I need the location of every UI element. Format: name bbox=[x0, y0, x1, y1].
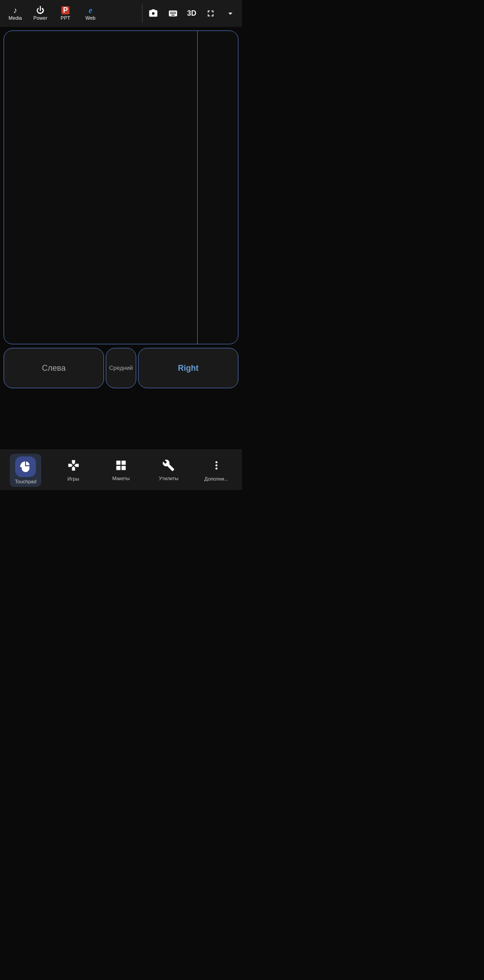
mouse-buttons-container: Слева Средний Right bbox=[4, 348, 238, 388]
toolbar: ♪ Media ⏻ Power P PPT e Web 3D bbox=[0, 0, 242, 27]
fullscreen-icon bbox=[206, 9, 216, 18]
toolbar-left: ♪ Media ⏻ Power P PPT e Web bbox=[4, 4, 139, 22]
left-click-button[interactable]: Слева bbox=[4, 348, 104, 388]
touchpad-area[interactable] bbox=[4, 30, 238, 344]
nav-utils[interactable]: Утилиты bbox=[153, 456, 184, 484]
fullscreen-button[interactable] bbox=[203, 5, 219, 22]
utils-icon bbox=[162, 459, 175, 474]
utils-nav-label: Утилиты bbox=[159, 476, 179, 481]
ppt-label: PPT bbox=[60, 15, 70, 21]
nav-more[interactable]: Дополни... bbox=[201, 456, 232, 484]
toolbar-ppt[interactable]: P PPT bbox=[54, 4, 77, 22]
media-label: Media bbox=[9, 15, 22, 21]
touchpad-nav-label: Touchpad bbox=[15, 479, 36, 484]
chevron-down-icon bbox=[225, 9, 235, 18]
layouts-nav-label: Макеты bbox=[112, 476, 130, 481]
more-icon bbox=[210, 459, 223, 474]
left-click-label: Слева bbox=[42, 364, 66, 373]
ppt-icon: P bbox=[61, 6, 70, 14]
layout-icon bbox=[115, 459, 127, 474]
middle-click-label: Средний bbox=[109, 364, 133, 372]
nav-layouts[interactable]: Макеты bbox=[105, 456, 137, 484]
3d-button[interactable]: 3D bbox=[185, 8, 199, 19]
toolbar-power[interactable]: ⏻ Power bbox=[29, 4, 52, 22]
camera-button[interactable] bbox=[145, 5, 161, 22]
mouse-icon bbox=[20, 461, 31, 473]
touchpad-divider bbox=[197, 31, 198, 344]
web-icon: e bbox=[89, 6, 92, 14]
camera-icon bbox=[148, 9, 158, 18]
bottom-nav: Touchpad Игры Макеты Утилиты bbox=[0, 450, 242, 490]
web-label: Web bbox=[86, 15, 95, 21]
gamepad-icon bbox=[67, 459, 80, 474]
touchpad-icon-wrap bbox=[15, 456, 36, 477]
games-nav-label: Игры bbox=[68, 476, 79, 481]
nav-touchpad[interactable]: Touchpad bbox=[10, 454, 41, 487]
music-icon: ♪ bbox=[13, 6, 17, 14]
power-icon: ⏻ bbox=[36, 6, 44, 14]
nav-games[interactable]: Игры bbox=[58, 456, 89, 484]
toolbar-web[interactable]: e Web bbox=[79, 4, 102, 22]
keyboard-icon bbox=[168, 9, 178, 18]
toolbar-divider bbox=[142, 4, 143, 22]
keyboard-button[interactable] bbox=[165, 5, 181, 22]
toolbar-media[interactable]: ♪ Media bbox=[4, 4, 27, 22]
toolbar-right: 3D bbox=[145, 5, 238, 22]
dropdown-button[interactable] bbox=[222, 5, 238, 22]
right-click-button[interactable]: Right bbox=[138, 348, 238, 388]
power-label: Power bbox=[33, 15, 47, 21]
middle-click-button[interactable]: Средний bbox=[106, 348, 136, 388]
more-nav-label: Дополни... bbox=[204, 476, 228, 481]
right-click-label: Right bbox=[178, 364, 199, 373]
